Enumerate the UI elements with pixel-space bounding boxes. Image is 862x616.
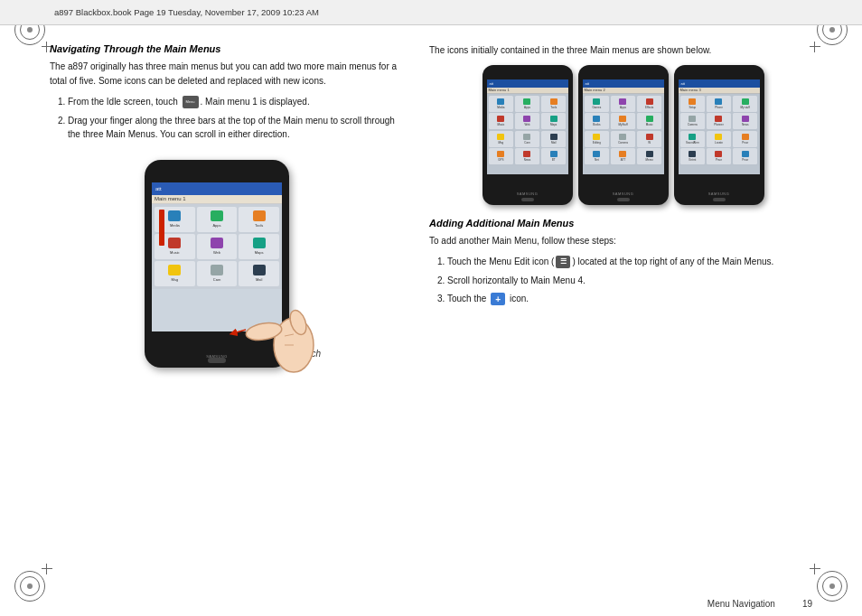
si-cell: Mail	[541, 131, 567, 147]
left-step-1: From the Idle screen, touch . Main menu …	[68, 95, 402, 109]
si-cell: SoundAlrm	[680, 131, 706, 147]
si-cell: Tools	[541, 96, 567, 112]
left-steps-list: From the Idle screen, touch . Main menu …	[68, 95, 402, 142]
content-area: Navigating Through the Main Menus The a8…	[0, 25, 862, 591]
phone-icon-cell: Web	[197, 234, 238, 259]
si-cell: Prscr	[707, 148, 732, 164]
small-phone-header-2: att	[583, 79, 664, 88]
si-cell: Msg	[489, 131, 514, 147]
small-phone-screen-3: att Main menu 3 Setup Phone My stuff Cam…	[679, 79, 760, 174]
carrier-3: att	[681, 81, 685, 86]
small-phone-screen-1: att Main menu 1 Media Apps Tools Music W…	[487, 79, 568, 174]
phone-icons-grid: Media Apps Tools	[152, 204, 282, 289]
menu-row-3: Main menu 3	[679, 88, 760, 94]
si-cell: Music	[637, 113, 662, 129]
left-intro-text: The a897 originally has three main menus…	[50, 60, 402, 88]
adding-step-2: Scroll horizontally to Main Menu 4.	[447, 274, 817, 288]
si-cell: Locatn	[707, 131, 732, 147]
header-text: a897 Blackbox.book Page 19 Tuesday, Nove…	[54, 7, 319, 17]
si-cell: Apps	[515, 96, 540, 112]
small-phone-screen-2: att Main menu 2 Games Apps Effects Books…	[583, 79, 664, 174]
right-intro-text: The icons initially contained in the thr…	[429, 43, 817, 58]
adding-step-3: Touch the + icon.	[447, 292, 817, 306]
si-cell: Camera	[680, 113, 706, 129]
small-phone-3: att Main menu 3 Setup Phone My stuff Cam…	[674, 65, 764, 205]
small-icons-grid-1: Media Apps Tools Music Web Maps Msg Cam …	[487, 94, 568, 167]
phone-icon-cell: Tools	[239, 207, 279, 232]
phone-icon-cell: Apps	[197, 207, 238, 232]
carrier-1: att	[490, 81, 493, 86]
samsung-3: SAMSUNG	[708, 191, 730, 196]
adding-section: Adding Additional Main Menus To add anot…	[429, 218, 817, 306]
left-column: Navigating Through the Main Menus The a8…	[50, 43, 402, 582]
hand-pointer-icon	[226, 295, 325, 386]
carrier-2: att	[586, 81, 589, 86]
phone-home-button	[208, 358, 226, 363]
si-cell: BT	[541, 148, 567, 164]
three-phones-container: att Main menu 1 Media Apps Tools Music W…	[429, 65, 817, 205]
footer-page-number: 19	[802, 599, 812, 609]
header-bar: a897 Blackbox.book Page 19 Tuesday, Nove…	[0, 0, 862, 25]
adding-step-1: Touch the Menu Edit icon (☰) located at …	[447, 255, 817, 269]
menu-row-2: Main menu 2	[583, 88, 664, 94]
small-phone-header-3: att	[679, 79, 760, 88]
phone-icon-cell: Msg	[155, 261, 195, 286]
red-highlight-bar	[159, 210, 164, 246]
si-cell: Setup	[680, 96, 706, 112]
si-cell: Books	[585, 113, 610, 129]
si-cell: W	[637, 131, 662, 147]
si-cell: Games	[585, 96, 610, 112]
phone-button-3	[713, 198, 726, 201]
small-phone-header-1: att	[487, 79, 568, 88]
si-cell: Entmt	[680, 148, 706, 164]
phone-button-1	[521, 198, 534, 201]
footer-text: Menu Navigation	[707, 599, 775, 609]
carrier-label: att	[155, 186, 162, 191]
phone-image-container: att Main menu 1 Media	[50, 160, 402, 386]
si-cell: MyStuff	[611, 113, 636, 129]
si-cell: Phone	[707, 96, 732, 112]
si-cell: Maps	[541, 113, 567, 129]
plus-icon-symbol: +	[495, 293, 501, 307]
si-cell: Effects	[637, 96, 662, 112]
si-cell: Cam	[515, 131, 540, 147]
menu-edit-icon-chip: ☰	[556, 256, 570, 268]
si-cell: Prscr	[733, 131, 758, 147]
si-cell: Memo	[637, 148, 662, 164]
menu-row-1: Main menu 1	[487, 88, 568, 94]
adding-intro: To add another Main Menu, follow these s…	[429, 234, 817, 248]
small-phone-1: att Main menu 1 Media Apps Tools Music W…	[483, 65, 573, 205]
plus-icon-chip: +	[491, 293, 505, 305]
adding-section-title: Adding Additional Main Menus	[429, 218, 817, 229]
si-cell: My stuff	[733, 96, 758, 112]
phone-screen-header: att	[152, 182, 282, 195]
menu-edit-icon-symbol: ☰	[560, 257, 567, 267]
left-step-2: Drag your finger along the three bars at…	[68, 114, 402, 142]
small-phone-2: att Main menu 2 Games Apps Effects Books…	[578, 65, 669, 205]
si-cell: News	[515, 148, 540, 164]
samsung-2: SAMSUNG	[613, 191, 634, 196]
phone-icon-cell: Maps	[239, 234, 279, 259]
adding-steps-list: Touch the Menu Edit icon (☰) located at …	[447, 255, 817, 306]
phone-icon-cell: Mail	[239, 261, 279, 286]
si-cell: Web	[515, 113, 540, 129]
samsung-1: SAMSUNG	[517, 191, 539, 196]
left-section-title: Navigating Through the Main Menus	[50, 43, 402, 54]
si-cell: Music	[489, 113, 514, 129]
phone-icon-cell: Cam	[197, 261, 238, 286]
si-cell: Prscr	[733, 148, 758, 164]
small-icons-grid-2: Games Apps Effects Books MyStuff Music E…	[583, 94, 664, 167]
footer-bar: Menu Navigation 19	[0, 591, 862, 616]
si-cell: GPS	[489, 148, 514, 164]
phone-with-hand: att Main menu 1 Media	[126, 160, 325, 386]
small-icons-grid-3: Setup Phone My stuff Camera Planner News…	[679, 94, 760, 167]
si-cell: Camera	[611, 131, 636, 147]
phone-menu-label: Main menu 1	[152, 195, 282, 204]
si-cell: Net	[585, 148, 610, 164]
si-cell: Media	[489, 96, 514, 112]
si-cell: ATT	[611, 148, 636, 164]
si-cell: News	[733, 113, 758, 129]
si-cell: Editing	[585, 131, 610, 147]
svg-line-5	[233, 330, 246, 333]
si-cell: Planner	[707, 113, 732, 129]
